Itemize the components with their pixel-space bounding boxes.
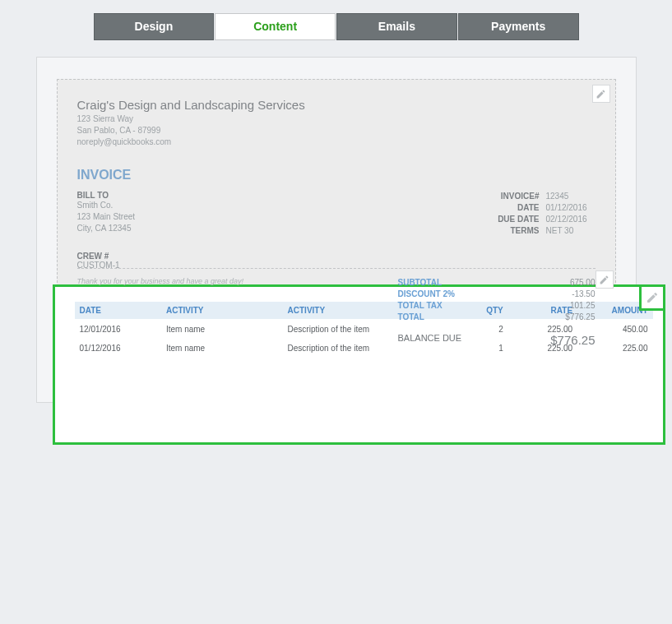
totals-block: SUBTOTAL675.00 DISCOUNT 2%-13.50 TOTAL T… xyxy=(398,277,596,347)
meta-terms-value: NET 30 xyxy=(546,225,596,237)
meta-terms-label: TERMS xyxy=(489,225,546,237)
tab-bar: Design Content Emails Payments xyxy=(94,0,579,40)
discount-label: DISCOUNT 2% xyxy=(398,289,455,300)
company-addr2: San Pablo, CA - 87999 xyxy=(77,125,596,136)
company-email: noreply@quickbooks.com xyxy=(77,136,596,148)
tax-label: TOTAL TAX xyxy=(398,300,443,312)
footer-block: Thank you for your business and have a g… xyxy=(77,268,596,347)
subtotal-label: SUBTOTAL xyxy=(398,277,443,289)
subtotal-value: 675.00 xyxy=(570,277,596,289)
tab-payments[interactable]: Payments xyxy=(458,13,579,40)
meta-date-value: 01/12/2016 xyxy=(546,202,596,214)
balance-value: $776.25 xyxy=(550,333,595,347)
tax-value: 101.25 xyxy=(570,300,596,312)
pencil-icon xyxy=(599,275,609,285)
discount-value: -13.50 xyxy=(572,289,595,300)
pencil-icon xyxy=(596,89,606,99)
edit-footer-button[interactable] xyxy=(596,270,614,289)
invoice-meta: INVOICE#12345 DATE01/12/2016 DUE DATE02/… xyxy=(489,191,596,237)
bill-to-block: BILL TO Smith Co. 123 Main Street City, … xyxy=(77,191,136,237)
meta-invoiceno-label: INVOICE# xyxy=(489,191,546,202)
bill-to-addr1: 123 Main Street xyxy=(77,211,136,223)
edit-header-button[interactable] xyxy=(592,85,610,103)
crew-label: CREW # xyxy=(77,252,596,261)
crew-block: CREW # CUSTOM-1 xyxy=(77,252,596,270)
bill-to-name: Smith Co. xyxy=(77,200,136,211)
meta-invoiceno-value: 12345 xyxy=(546,191,596,202)
total-label: TOTAL xyxy=(398,312,424,323)
tab-design[interactable]: Design xyxy=(94,13,215,40)
invoice-title: INVOICE xyxy=(77,168,596,183)
company-addr1: 123 Sierra Way xyxy=(77,113,596,125)
total-value: $776.25 xyxy=(565,312,595,323)
meta-date-label: DATE xyxy=(489,202,546,214)
pencil-icon xyxy=(646,291,659,304)
preview-stage: Craig's Design and Landscaping Services … xyxy=(36,57,637,403)
tab-emails[interactable]: Emails xyxy=(336,13,457,40)
meta-due-value: 02/12/2016 xyxy=(546,214,596,225)
tab-content[interactable]: Content xyxy=(215,13,336,40)
invoice-document: Craig's Design and Landscaping Services … xyxy=(57,79,616,369)
bill-to-label: BILL TO xyxy=(77,191,136,200)
bill-to-addr2: City, CA 12345 xyxy=(77,223,136,234)
company-name: Craig's Design and Landscaping Services xyxy=(77,98,596,112)
edit-items-button[interactable] xyxy=(639,284,665,311)
balance-label: BALANCE DUE xyxy=(398,333,462,347)
thank-you-text: Thank you for your business and have a g… xyxy=(77,277,244,347)
meta-due-label: DUE DATE xyxy=(489,214,546,225)
